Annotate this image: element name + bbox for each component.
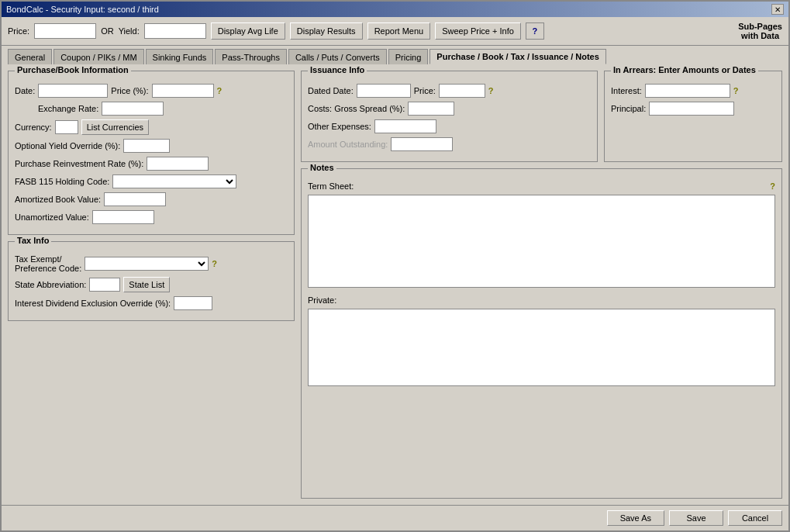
help-button[interactable]: ? xyxy=(526,22,544,40)
save-button[interactable]: Save xyxy=(669,510,723,526)
tab-general[interactable]: General xyxy=(8,49,52,64)
issuance-price-input[interactable] xyxy=(439,84,485,98)
price-input[interactable] xyxy=(34,23,96,39)
amount-outstanding-row: Amount Outstanding: xyxy=(308,137,591,151)
costs-gross-input[interactable] xyxy=(408,102,454,116)
dated-date-input[interactable] xyxy=(357,84,411,98)
title-bar-text: BondCalc - Security Input: second / thir… xyxy=(6,5,159,14)
interest-input[interactable] xyxy=(645,84,730,98)
principal-input[interactable] xyxy=(649,102,734,116)
optional-yield-row: Optional Yield Override (%): xyxy=(15,139,288,153)
optional-yield-label: Optional Yield Override (%): xyxy=(15,141,120,150)
purchase-book-title: Purchase/Book Information xyxy=(15,65,131,74)
unamortized-row: Unamortized Value: xyxy=(15,210,288,224)
tax-exempt-select[interactable] xyxy=(85,257,209,271)
arrears-help-icon[interactable]: ? xyxy=(733,86,739,95)
principal-label: Principal: xyxy=(611,104,646,113)
tab-calls-puts-converts[interactable]: Calls / Puts / Converts xyxy=(288,49,387,64)
term-sheet-section: Term Sheet: ? xyxy=(308,181,775,289)
price-pct-input[interactable] xyxy=(152,84,214,98)
tab-pricing[interactable]: Pricing xyxy=(388,49,429,64)
principal-row: Principal: xyxy=(611,102,775,116)
issuance-info-title: Issuance Info xyxy=(308,65,367,74)
unamortized-label: Unamortized Value: xyxy=(15,212,89,222)
issuance-info-group: Issuance Info Dated Date: Price: ? xyxy=(301,71,598,162)
tab-pass-throughs[interactable]: Pass-Throughs xyxy=(215,49,287,64)
term-sheet-help-icon[interactable]: ? xyxy=(770,181,775,191)
issuance-help-icon[interactable]: ? xyxy=(488,86,494,95)
tabs-row: General Coupon / PIKs / MM Sinking Funds… xyxy=(2,46,788,64)
tax-info-group: Tax Info Tax Exempt/Preference Code: ? xyxy=(8,241,295,321)
tab-coupon-piks-mm[interactable]: Coupon / PIKs / MM xyxy=(53,49,143,64)
optional-yield-input[interactable] xyxy=(123,139,170,153)
exchange-rate-row: Exchange Rate: xyxy=(15,102,288,116)
state-abbrev-label: State Abbreviation: xyxy=(15,280,86,289)
other-expenses-input[interactable] xyxy=(374,119,436,133)
or-label: OR xyxy=(101,26,114,36)
state-abbrev-input[interactable] xyxy=(89,278,120,292)
close-button[interactable]: ✕ xyxy=(771,4,784,15)
notes-group: Notes Term Sheet: ? xyxy=(301,168,782,499)
costs-gross-row: Costs: Gross Spread (%): xyxy=(308,102,591,116)
interest-label: Interest: xyxy=(611,86,642,95)
amount-outstanding-label: Amount Outstanding: xyxy=(308,140,388,149)
fasb115-select[interactable]: Available-for-Sale Held-to-Maturity Trad… xyxy=(112,174,236,188)
other-expenses-label: Other Expenses: xyxy=(308,122,371,131)
currency-input[interactable] xyxy=(55,120,78,134)
tab-sinking-funds[interactable]: Sinking Funds xyxy=(146,49,214,64)
costs-gross-label: Costs: Gross Spread (%): xyxy=(308,104,405,113)
right-column: Issuance Info Dated Date: Price: ? xyxy=(301,71,782,499)
list-currencies-button[interactable]: List Currencies xyxy=(81,119,149,135)
tab-purchase-book-tax[interactable]: Purchase / Book / Tax / Issuance / Notes xyxy=(429,49,605,64)
content-area: Purchase/Book Information Date: Price (%… xyxy=(2,64,788,505)
sweep-price-button[interactable]: Sweep Price + Info xyxy=(435,22,521,40)
tax-info-content: Tax Exempt/Preference Code: ? State Abbr… xyxy=(15,254,288,310)
amortized-label: Amortized Book Value: xyxy=(15,195,101,204)
interest-row: Interest: ? xyxy=(611,84,775,98)
amortized-input[interactable] xyxy=(104,192,166,206)
cancel-button[interactable]: Cancel xyxy=(728,510,782,526)
state-list-button[interactable]: State List xyxy=(123,277,170,292)
price-pct-label: Price (%): xyxy=(111,86,148,95)
purchase-reinv-label: Purchase Reinvestment Rate (%): xyxy=(15,159,143,168)
save-as-button[interactable]: Save As xyxy=(607,510,664,526)
unamortized-input[interactable] xyxy=(92,210,154,224)
display-avg-life-button[interactable]: Display Avg Life xyxy=(211,22,285,40)
tax-exempt-row: Tax Exempt/Preference Code: ? xyxy=(15,254,288,273)
dated-date-row: Dated Date: Price: ? xyxy=(308,84,591,98)
fasb115-label: FASB 115 Holding Code: xyxy=(15,177,109,186)
interest-div-input[interactable] xyxy=(174,296,212,310)
date-price-row: Date: Price (%): ? xyxy=(15,84,288,98)
tax-info-title: Tax Info xyxy=(15,236,51,245)
currency-label: Currency: xyxy=(15,123,52,132)
display-results-button[interactable]: Display Results xyxy=(290,22,363,40)
term-sheet-row: Term Sheet: ? xyxy=(308,181,775,191)
dated-date-label: Dated Date: xyxy=(308,86,354,95)
term-sheet-textarea[interactable] xyxy=(308,195,775,288)
purchase-reinv-input[interactable] xyxy=(147,157,209,171)
tax-help-icon[interactable]: ? xyxy=(212,259,217,268)
interest-div-label: Interest Dividend Exclusion Override (%)… xyxy=(15,299,171,308)
in-arrears-group: In Arrears: Enter Amounts or Dates Inter… xyxy=(604,71,782,162)
report-menu-button[interactable]: Report Menu xyxy=(367,22,431,40)
purchase-reinv-row: Purchase Reinvestment Rate (%): xyxy=(15,157,288,171)
interest-div-row: Interest Dividend Exclusion Override (%)… xyxy=(15,296,288,310)
term-sheet-label: Term Sheet: xyxy=(308,181,354,191)
bottom-bar: Save As Save Cancel xyxy=(2,505,788,530)
purchase-help-icon[interactable]: ? xyxy=(217,86,223,95)
yield-label: Yield: xyxy=(119,26,140,36)
right-top-row: Issuance Info Dated Date: Price: ? xyxy=(301,71,782,162)
issuance-price-label: Price: xyxy=(414,86,436,95)
title-bar: BondCalc - Security Input: second / thir… xyxy=(2,2,788,17)
date-label: Date: xyxy=(15,86,35,95)
purchase-book-content: Date: Price (%): ? Exchange Rate: xyxy=(15,84,288,224)
notes-content: Term Sheet: ? Private: xyxy=(308,181,775,492)
left-column: Purchase/Book Information Date: Price (%… xyxy=(8,71,295,499)
yield-input[interactable] xyxy=(144,23,206,39)
private-textarea[interactable] xyxy=(308,309,775,386)
fasb115-row: FASB 115 Holding Code: Available-for-Sal… xyxy=(15,174,288,188)
amount-outstanding-input[interactable] xyxy=(391,137,453,151)
date-input[interactable] xyxy=(38,84,108,98)
purchase-book-group: Purchase/Book Information Date: Price (%… xyxy=(8,71,295,235)
exchange-rate-input[interactable] xyxy=(102,102,164,116)
